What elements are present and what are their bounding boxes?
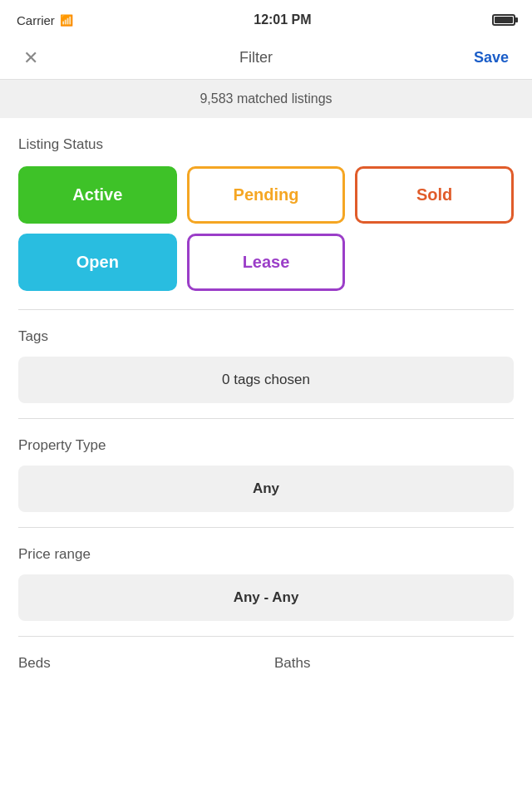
listings-count: 9,583 matched listings <box>200 91 332 106</box>
beds-label: Beds <box>18 655 258 672</box>
status-button-open[interactable]: Open <box>18 234 177 291</box>
tags-button[interactable]: 0 tags chosen <box>18 357 514 403</box>
nav-title: Filter <box>239 49 273 66</box>
price-range-label: Price range <box>18 546 514 563</box>
status-button-active[interactable]: Active <box>18 166 177 224</box>
status-button-pending[interactable]: Pending <box>187 166 346 224</box>
listing-status-section: Listing Status Active Pending Sold Open … <box>0 118 532 291</box>
status-buttons-row2: Open Lease <box>18 234 514 291</box>
close-button[interactable]: ✕ <box>17 41 45 76</box>
carrier-text: Carrier <box>17 13 55 27</box>
tags-label: Tags <box>18 328 514 345</box>
property-type-section: Property Type Any <box>0 419 532 527</box>
baths-label: Baths <box>274 655 514 672</box>
price-range-button[interactable]: Any - Any <box>18 574 514 621</box>
property-type-label: Property Type <box>18 437 514 454</box>
tags-section: Tags 0 tags chosen <box>0 310 532 418</box>
nav-bar: ✕ Filter Save <box>0 37 532 80</box>
listing-status-label: Listing Status <box>18 136 514 153</box>
price-range-section: Price range Any - Any <box>0 528 532 636</box>
time-label: 12:01 PM <box>254 12 311 27</box>
beds-column: Beds <box>18 655 258 672</box>
wifi-icon: 📶 <box>60 14 73 27</box>
carrier-label: Carrier 📶 <box>17 13 73 27</box>
status-buttons-row1: Active Pending Sold <box>18 166 514 224</box>
status-bar: Carrier 📶 12:01 PM <box>0 0 532 37</box>
status-placeholder-empty <box>355 234 514 291</box>
baths-column: Baths <box>274 655 514 672</box>
status-button-lease[interactable]: Lease <box>187 234 346 291</box>
save-button[interactable]: Save <box>467 42 515 73</box>
status-button-sold[interactable]: Sold <box>355 166 514 224</box>
property-type-button[interactable]: Any <box>18 466 514 512</box>
battery-icon <box>492 14 515 26</box>
listings-count-bar: 9,583 matched listings <box>0 80 532 118</box>
beds-baths-section: Beds Baths <box>0 637 532 687</box>
